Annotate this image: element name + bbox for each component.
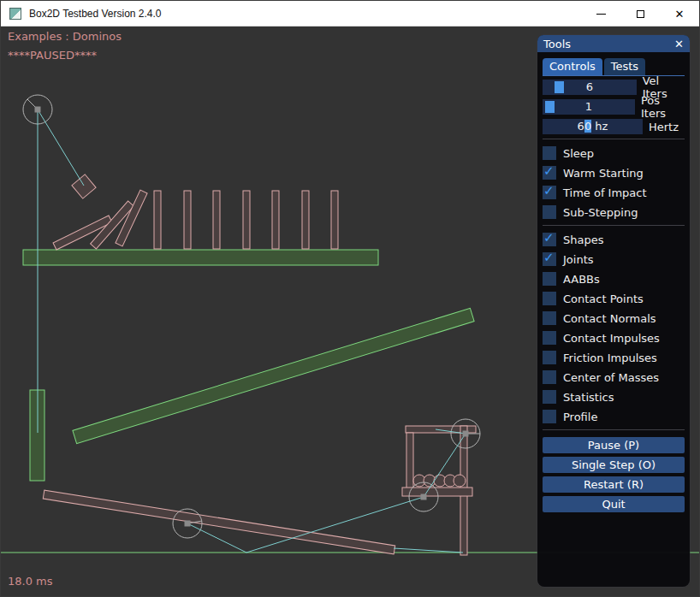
pause-p-button[interactable]: Pause (P) (543, 437, 685, 453)
checkbox-row-profile[interactable]: Profile (543, 410, 685, 423)
checkbox-row-contact-points[interactable]: Contact Points (543, 292, 685, 305)
window-titlebar: Box2D Testbed Version 2.4.0 ✕ (1, 1, 699, 27)
checkbox-sleep[interactable] (543, 146, 556, 160)
quit-button[interactable]: Quit (543, 496, 685, 512)
check-icon: ✓ (543, 251, 555, 264)
app-icon (9, 8, 21, 20)
tools-panel-titlebar[interactable]: Tools ✕ (537, 35, 690, 52)
close-button[interactable]: ✕ (660, 1, 699, 27)
frame-left-post[interactable] (406, 433, 413, 493)
joint-anchor (185, 521, 191, 527)
example-title-text: Examples : Dominos (8, 30, 122, 43)
checkbox-row-time-of-impact[interactable]: ✓Time of Impact (543, 186, 685, 199)
tab-controls[interactable]: Controls (543, 58, 602, 75)
checkbox-label: Contact Points (563, 293, 644, 305)
vel-iters-value: 6 (543, 80, 637, 95)
checkbox-statistics[interactable] (543, 390, 556, 404)
checkbox-center-of-masses[interactable] (543, 370, 556, 384)
checkbox-label: Contact Impulses (563, 332, 660, 345)
action-button-group: Pause (P)Single Step (O)Restart (R)Quit (543, 437, 685, 512)
pendulum-bob[interactable] (72, 174, 96, 198)
checkbox-row-contact-normals[interactable]: Contact Normals (543, 311, 685, 325)
checkbox-label: Profile (563, 411, 597, 423)
minimize-button[interactable] (581, 1, 620, 27)
restart-r-button[interactable]: Restart (R) (543, 476, 685, 493)
checkbox-label: Statistics (563, 391, 614, 404)
joint-anchor (35, 107, 41, 113)
checkbox-row-sub-stepping[interactable]: Sub-Stepping (543, 205, 685, 219)
pos-iters-value: 1 (543, 99, 635, 115)
checkbox-label: Contact Normals (563, 312, 656, 325)
checkbox-contact-impulses[interactable] (543, 331, 556, 345)
hertz-label: Hertz (649, 121, 679, 133)
checkbox-row-sleep[interactable]: Sleep (543, 146, 685, 160)
window-controls: ✕ (581, 1, 699, 27)
checkbox-label: Shapes (563, 233, 603, 246)
checkbox-friction-impulses[interactable] (543, 351, 556, 364)
tab-tests[interactable]: Tests (604, 58, 645, 75)
checkbox-contact-normals[interactable] (543, 311, 556, 325)
standing-domino[interactable] (331, 191, 338, 249)
checkbox-sub-stepping[interactable] (543, 205, 556, 219)
paused-status-text: ****PAUSED**** (8, 49, 97, 62)
hertz-value: 60 hz (543, 119, 643, 134)
solver-checkbox-group: Sleep✓Warm Starting✓Time of ImpactSub-St… (543, 146, 685, 219)
maximize-button[interactable] (620, 1, 660, 27)
checkbox-row-warm-starting[interactable]: ✓Warm Starting (543, 166, 685, 180)
ball[interactable] (454, 475, 466, 487)
pos-iters-slider[interactable]: 1 (543, 99, 635, 115)
hertz-selection: 0 (584, 120, 591, 133)
vel-iters-slider[interactable]: 6 (543, 80, 637, 95)
separator (543, 429, 685, 430)
separator (543, 139, 685, 139)
simulation-canvas[interactable]: Examples : Dominos ****PAUSED**** 18.0 m… (1, 27, 699, 596)
checkbox-warm-starting[interactable]: ✓ (543, 166, 556, 180)
checkbox-label: AABBs (563, 273, 600, 286)
separator (543, 225, 685, 226)
checkbox-row-contact-impulses[interactable]: Contact Impulses (543, 331, 685, 345)
joint-anchor (463, 431, 469, 437)
checkbox-shapes[interactable]: ✓ (543, 233, 556, 246)
checkbox-aabbs[interactable] (543, 272, 556, 286)
long-ramp (73, 308, 474, 443)
standing-domino[interactable] (213, 191, 220, 249)
checkbox-label: Time of Impact (563, 186, 647, 199)
checkbox-contact-points[interactable] (543, 292, 556, 305)
standing-domino[interactable] (243, 191, 250, 249)
tools-tabbar: Controls Tests (543, 58, 685, 76)
checkbox-row-center-of-masses[interactable]: Center of Masses (543, 370, 685, 384)
single-step-o-button[interactable]: Single Step (O) (543, 457, 685, 473)
check-icon: ✓ (543, 231, 555, 245)
check-icon: ✓ (543, 164, 555, 178)
tools-panel: Tools ✕ Controls Tests 6 Vel Iters (537, 35, 690, 587)
checkbox-label: Center of Masses (563, 371, 659, 384)
checkbox-joints[interactable]: ✓ (543, 252, 556, 266)
ground-rope-joint (394, 548, 463, 553)
pos-iters-label: Pos Iters (641, 94, 685, 120)
checkbox-row-shapes[interactable]: ✓Shapes (543, 233, 685, 246)
checkbox-time-of-impact[interactable]: ✓ (543, 186, 556, 199)
window-title: Box2D Testbed Version 2.4.0 (29, 8, 162, 20)
standing-domino[interactable] (272, 191, 279, 249)
checkbox-label: Joints (563, 253, 594, 266)
checkbox-label: Warm Starting (563, 167, 644, 180)
panel-close-icon[interactable]: ✕ (674, 38, 684, 50)
checkbox-profile[interactable] (543, 410, 556, 423)
close-icon: ✕ (675, 9, 685, 20)
checkbox-row-statistics[interactable]: Statistics (543, 390, 685, 404)
checkbox-label: Sleep (563, 147, 594, 160)
checkbox-row-aabbs[interactable]: AABBs (543, 272, 685, 286)
tools-panel-title: Tools (543, 38, 571, 50)
check-icon: ✓ (543, 184, 555, 198)
checkbox-row-friction-impulses[interactable]: Friction Impulses (543, 351, 685, 364)
hertz-drag-input[interactable]: 60 hz (543, 119, 643, 134)
checkbox-label: Friction Impulses (563, 352, 657, 364)
standing-domino[interactable] (184, 191, 191, 249)
checkbox-label: Sub-Stepping (563, 206, 638, 219)
app-window: Box2D Testbed Version 2.4.0 ✕ (0, 0, 700, 597)
pendulum-rope-joint (38, 109, 84, 186)
draw-checkbox-group: ✓Shapes✓JointsAABBsContact PointsContact… (543, 233, 685, 423)
standing-domino[interactable] (302, 191, 309, 249)
checkbox-row-joints[interactable]: ✓Joints (543, 252, 685, 266)
standing-domino[interactable] (154, 191, 161, 249)
